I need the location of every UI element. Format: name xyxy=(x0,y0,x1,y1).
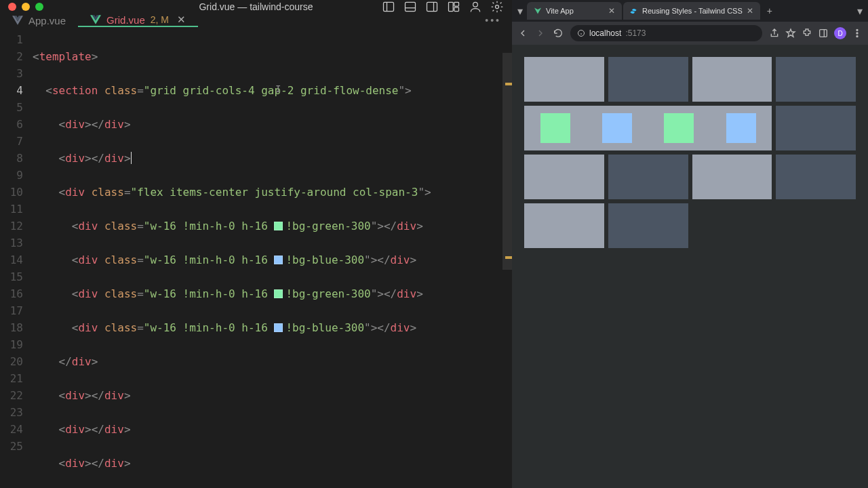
grid-cell xyxy=(776,155,856,199)
browser-tab-tailwind[interactable]: Reusing Styles - Tailwind CSS ✕ xyxy=(623,2,760,20)
grid-cell xyxy=(692,57,772,102)
extensions-icon[interactable] xyxy=(802,28,812,39)
inner-box-green xyxy=(664,113,694,143)
close-icon[interactable]: ✕ xyxy=(608,6,615,16)
svg-rect-2 xyxy=(406,2,416,11)
browser-tabs: ▾ Vite App ✕ Reusing Styles - Tailwind C… xyxy=(512,0,868,22)
titlebar-actions xyxy=(382,0,504,14)
toolbar-right: D xyxy=(769,27,863,39)
back-icon[interactable] xyxy=(517,28,528,39)
grid-cell xyxy=(776,57,856,102)
layout-panel-bottom-icon[interactable] xyxy=(403,0,417,14)
svg-rect-7 xyxy=(454,2,459,6)
page-viewport[interactable] xyxy=(512,45,868,488)
editor-tabs: App.vue Grid.vue 2, M ✕ ••• xyxy=(0,14,512,27)
svg-rect-0 xyxy=(384,2,394,11)
svg-point-16 xyxy=(856,29,858,30)
tab-label: App.vue xyxy=(28,15,66,26)
inner-box-green xyxy=(540,113,570,143)
close-icon[interactable]: ✕ xyxy=(747,6,753,16)
change-marker xyxy=(505,83,512,85)
gear-icon[interactable] xyxy=(490,0,504,14)
svg-rect-14 xyxy=(820,30,827,37)
tab-grid-vue[interactable]: Grid.vue 2, M ✕ xyxy=(78,14,198,27)
maximize-window-button[interactable] xyxy=(35,3,43,11)
layout-customize-icon[interactable] xyxy=(447,0,460,14)
tab-label: Grid.vue xyxy=(106,14,145,26)
traffic-lights xyxy=(8,3,43,11)
svg-rect-4 xyxy=(427,2,437,11)
grid-cell xyxy=(692,155,772,199)
url-input[interactable]: localhost:5173 xyxy=(570,25,762,41)
inner-box-blue xyxy=(602,113,632,143)
svg-rect-8 xyxy=(454,7,459,12)
browser-window: ▾ Vite App ✕ Reusing Styles - Tailwind C… xyxy=(512,0,868,488)
reload-icon[interactable] xyxy=(553,28,564,39)
layout-sidebar-left-icon[interactable] xyxy=(382,0,395,14)
layout-sidebar-right-icon[interactable] xyxy=(425,0,439,14)
grid-cell-flex xyxy=(524,106,772,150)
inner-box-blue xyxy=(726,113,756,143)
color-chip-green xyxy=(274,289,283,298)
grid-cell xyxy=(524,203,604,248)
address-bar: localhost:5173 D xyxy=(512,22,868,45)
svg-point-10 xyxy=(496,5,499,9)
account-icon[interactable] xyxy=(469,0,482,14)
grid-cell xyxy=(608,203,688,248)
new-tab-button[interactable]: + xyxy=(767,5,772,16)
code-content[interactable]: <template> <section class="grid grid-col… xyxy=(33,31,512,488)
vscode-window: Grid.vue — tailwind-course App.vue Grid.… xyxy=(0,0,512,488)
svg-point-18 xyxy=(856,36,858,37)
tailwind-icon xyxy=(630,7,638,15)
tab-meta: 2, M xyxy=(151,14,169,25)
tab-overflow-icon[interactable]: ••• xyxy=(485,15,501,26)
kebab-menu-icon[interactable] xyxy=(852,28,863,39)
titlebar: Grid.vue — tailwind-course xyxy=(0,0,512,14)
browser-tab-vite[interactable]: Vite App ✕ xyxy=(527,2,622,20)
forward-icon[interactable] xyxy=(535,28,546,39)
share-icon[interactable] xyxy=(769,28,780,39)
vue-icon xyxy=(12,15,23,26)
tab-search-icon[interactable]: ▾ xyxy=(517,5,523,18)
color-chip-blue xyxy=(274,323,283,332)
tab-app-vue[interactable]: App.vue xyxy=(0,14,78,27)
secondary-cursor-icon: I xyxy=(275,81,281,98)
grid-demo xyxy=(524,57,856,248)
close-window-button[interactable] xyxy=(8,3,16,11)
url-host: localhost xyxy=(589,28,621,38)
grid-cell xyxy=(608,155,688,199)
svg-rect-6 xyxy=(449,2,454,11)
color-chip-blue xyxy=(274,256,283,264)
profile-avatar[interactable]: D xyxy=(834,27,846,39)
editor-scrollbar[interactable] xyxy=(502,53,512,488)
sidepanel-icon[interactable] xyxy=(818,28,829,39)
grid-cell xyxy=(608,57,688,102)
vite-icon xyxy=(534,7,542,15)
grid-cell xyxy=(524,155,604,199)
vue-icon xyxy=(90,14,101,25)
line-gutter: 1 2 3 4 5 6 7 8 9 10 11 12 13 14 15 16 1… xyxy=(0,31,33,488)
text-cursor xyxy=(131,152,132,164)
minimize-window-button[interactable] xyxy=(22,3,30,11)
scrollbar-thumb[interactable] xyxy=(502,53,512,270)
change-marker xyxy=(505,256,512,259)
grid-cell xyxy=(524,57,604,102)
code-editor[interactable]: 1 2 3 4 5 6 7 8 9 10 11 12 13 14 15 16 1… xyxy=(0,27,512,488)
browser-tab-title: Vite App xyxy=(546,7,604,15)
chevron-down-icon[interactable]: ▾ xyxy=(857,5,863,18)
url-port: :5173 xyxy=(625,28,646,38)
star-icon[interactable] xyxy=(785,28,796,39)
close-icon[interactable]: ✕ xyxy=(177,14,186,26)
grid-cell xyxy=(776,106,856,150)
browser-tab-title: Reusing Styles - Tailwind CSS xyxy=(642,7,743,15)
svg-point-9 xyxy=(473,2,478,7)
site-info-icon[interactable] xyxy=(577,29,585,37)
color-chip-green xyxy=(274,222,283,230)
svg-point-17 xyxy=(856,33,858,34)
